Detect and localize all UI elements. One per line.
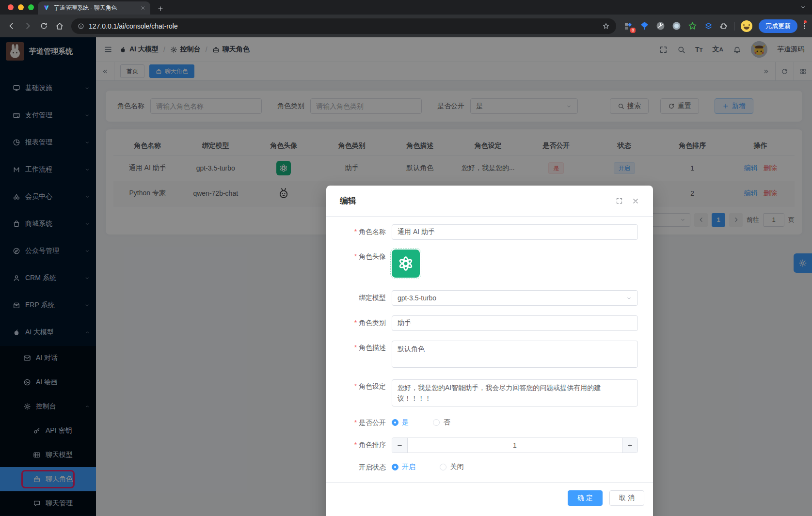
role-name-label: 角色名称 xyxy=(326,228,392,236)
home-icon[interactable] xyxy=(55,22,64,31)
bind-model-label: 绑定模型 xyxy=(326,294,392,302)
avatar-upload[interactable] xyxy=(392,250,420,278)
role-sort-label: 角色排序 xyxy=(326,441,392,450)
tab-search-chevron-icon[interactable] xyxy=(800,4,806,10)
cancel-button[interactable]: 取 消 xyxy=(609,490,644,506)
browser-menu-icon[interactable] xyxy=(804,22,805,30)
extension-star-icon[interactable] xyxy=(687,21,697,31)
chrome-update-button[interactable]: 完成更新 xyxy=(759,19,797,33)
extension-badge: 8 xyxy=(630,28,636,33)
role-desc-field[interactable]: 默认角色 xyxy=(392,341,638,368)
dialog-body: 角色名称 角色头像 绑定模型 gpt-3.5-turbo 角色类别 角色描述 默… xyxy=(326,217,653,472)
window-close-button[interactable] xyxy=(8,4,14,10)
sort-value-input[interactable] xyxy=(408,438,622,453)
toolbar-separator xyxy=(734,22,734,31)
role-setting-field[interactable]: 您好，我是您的AI智能助手，我会尽力回答您的问题或提供有用的建议！！！！ xyxy=(392,379,638,407)
window-minimize-button[interactable] xyxy=(18,4,24,10)
extension-kite-icon[interactable] xyxy=(639,21,649,31)
chevron-down-icon xyxy=(626,295,632,301)
window-zoom-button[interactable] xyxy=(28,4,34,10)
role-avatar-label: 角色头像 xyxy=(326,250,392,261)
extensions-puzzle-icon[interactable] xyxy=(719,22,728,30)
new-tab-icon[interactable] xyxy=(157,5,164,12)
extension-circle-icon[interactable] xyxy=(671,21,681,31)
site-favicon xyxy=(43,4,50,12)
sort-stepper xyxy=(392,438,638,453)
radio-dot-icon xyxy=(392,464,398,470)
status-on-radio[interactable]: 开启 xyxy=(392,463,415,471)
minus-icon xyxy=(397,442,403,449)
browser-tab-strip: 芋道管理系统 - 聊天角色 xyxy=(0,0,812,15)
site-info-icon[interactable] xyxy=(78,23,84,30)
dialog-header: 编辑 xyxy=(326,186,653,217)
dialog-title: 编辑 xyxy=(340,195,356,206)
edit-role-dialog: 编辑 角色名称 角色头像 绑定模型 gpt-3.5-turbo 角色类别 角色描… xyxy=(326,186,653,516)
extension-layers-icon[interactable] xyxy=(703,21,713,31)
plus-icon xyxy=(627,442,633,449)
confirm-button[interactable]: 确 定 xyxy=(568,490,603,506)
bind-model-select[interactable]: gpt-3.5-turbo xyxy=(392,290,638,306)
tab-close-icon[interactable] xyxy=(140,5,145,11)
url-text: 127.0.0.1/ai/console/chat-role xyxy=(89,22,598,30)
role-desc-label: 角色描述 xyxy=(326,341,392,352)
forward-icon[interactable] xyxy=(23,21,32,31)
openai-icon xyxy=(397,254,415,273)
status-off-radio[interactable]: 关闭 xyxy=(440,463,463,471)
role-category-field[interactable] xyxy=(392,315,638,331)
profile-avatar-icon[interactable] xyxy=(741,20,752,32)
close-icon[interactable] xyxy=(632,197,639,205)
radio-dot-icon xyxy=(392,419,398,426)
radio-dot-icon xyxy=(440,464,446,470)
back-icon[interactable] xyxy=(7,21,16,31)
dialog-footer: 确 定 取 消 xyxy=(326,482,653,514)
role-name-field[interactable] xyxy=(392,224,638,240)
reload-icon[interactable] xyxy=(40,22,48,30)
browser-tab[interactable]: 芋道管理系统 - 聊天角色 xyxy=(38,1,150,15)
radio-dot-icon xyxy=(433,419,440,426)
role-category-label: 角色类别 xyxy=(326,319,392,328)
extension-pinwheel-icon[interactable] xyxy=(655,21,665,31)
extension-adblock-icon[interactable]: 8 xyxy=(623,21,633,31)
decrease-button[interactable] xyxy=(392,438,408,453)
is-public-label: 是否公开 xyxy=(326,419,392,427)
role-setting-label: 角色设定 xyxy=(326,379,392,391)
bookmark-star-icon[interactable] xyxy=(602,22,610,30)
public-yes-radio[interactable]: 是 xyxy=(392,418,409,427)
dialog-fullscreen-icon[interactable] xyxy=(616,197,623,204)
public-no-radio[interactable]: 否 xyxy=(433,418,450,427)
status-label: 开启状态 xyxy=(326,463,392,472)
browser-toolbar: 127.0.0.1/ai/console/chat-role 8 完成更新 xyxy=(0,15,812,37)
increase-button[interactable] xyxy=(622,438,637,453)
browser-tab-title: 芋道管理系统 - 聊天角色 xyxy=(54,4,136,12)
address-bar[interactable]: 127.0.0.1/ai/console/chat-role xyxy=(71,18,616,34)
